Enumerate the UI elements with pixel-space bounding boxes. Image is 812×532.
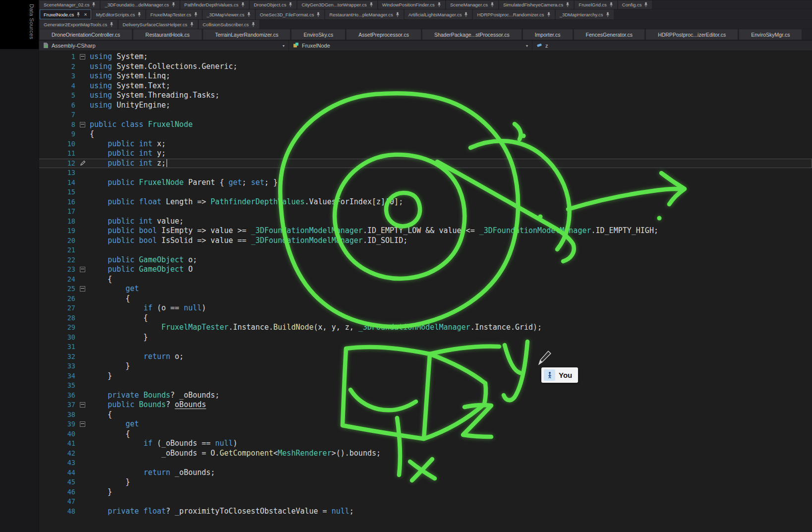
tab-fruxelgrid-cs[interactable]: FruxelGrid.cs [575, 0, 617, 9]
code-line-39[interactable]: 39 get [39, 419, 812, 429]
tab-fruxelnode-cs[interactable]: FruxelNode.cs× [40, 9, 91, 19]
tab-importer-cs[interactable]: Importer.cs [523, 29, 573, 40]
pin-icon[interactable] [316, 12, 320, 17]
code-line-38[interactable]: 38 { [39, 410, 812, 420]
fold-collapse-icon[interactable] [80, 122, 85, 127]
tab-shaderpackage-stprocessor-cs[interactable]: ShaderPackage...stProcessor.cs [422, 29, 522, 40]
code-line-48[interactable]: 48 private float? _proximityToClosestObs… [39, 507, 812, 517]
pin-icon[interactable] [369, 2, 373, 7]
close-icon[interactable]: × [83, 12, 87, 17]
code-line-45[interactable]: 45 } [39, 477, 812, 487]
tab-droneobject-cs[interactable]: DroneObject.cs [250, 0, 296, 9]
type-dropdown[interactable]: FruxelNode ▾ [289, 41, 532, 51]
pin-icon[interactable] [609, 2, 613, 7]
tab-config-cs[interactable]: Config.cs [618, 0, 652, 9]
code-line-44[interactable]: 44 return _oBounds; [39, 468, 812, 478]
code-line-7[interactable]: 7 [39, 110, 812, 120]
code-line-4[interactable]: 4using System.Text; [39, 81, 812, 91]
tab-3dmaphierarchy-cs[interactable]: _3DMapHierarchy.cs [556, 9, 614, 19]
tab-envirosky-cs[interactable]: EnviroSky.cs [291, 29, 346, 40]
pin-icon[interactable] [566, 2, 570, 7]
code-line-33[interactable]: 33 } [39, 361, 812, 371]
tab-scenemanager-cs[interactable]: SceneManager.cs [446, 0, 498, 9]
pin-icon[interactable] [644, 2, 648, 7]
code-line-16[interactable]: 16 public float Length => PathfinderDept… [39, 197, 812, 207]
fold-collapse-icon[interactable] [80, 54, 85, 59]
tab-artificiallightsmanager-cs[interactable]: ArtificialLightsManager.cs [405, 9, 472, 19]
code-line-34[interactable]: 34 } [39, 371, 812, 381]
code-line-36[interactable]: 36 private Bounds? _oBounds; [39, 391, 812, 401]
code-line-18[interactable]: 18 public int value; [39, 217, 812, 227]
pin-icon[interactable] [464, 12, 468, 17]
code-line-17[interactable]: 17 [39, 207, 812, 217]
code-line-19[interactable]: 19 public bool IsEmpty => value >= _3DFo… [39, 226, 812, 236]
pin-icon[interactable] [247, 12, 251, 17]
tab-hdrppostproc-randomizer-cs[interactable]: HDRPPostproc...Randomizer.cs [473, 9, 554, 19]
code-line-1[interactable]: 1using System; [39, 52, 812, 62]
pin-icon[interactable] [92, 2, 96, 7]
tab-citygen3dgen-torwrapper-cs[interactable]: CityGen3DGen...torWrapper.cs [297, 0, 377, 9]
code-line-43[interactable]: 43 [39, 458, 812, 468]
code-line-25[interactable]: 25 get [39, 284, 812, 294]
tab-collisionsubscriber-cs[interactable]: CollisionSubscriber.cs [199, 20, 259, 29]
code-line-37[interactable]: 37 public Bounds? oBounds [39, 400, 812, 410]
code-line-6[interactable]: 6using UnityEngine; [39, 101, 812, 111]
fold-collapse-icon[interactable] [80, 267, 85, 272]
fold-collapse-icon[interactable] [80, 286, 85, 292]
pin-icon[interactable] [490, 2, 494, 7]
code-line-5[interactable]: 5using System.Threading.Tasks; [39, 91, 812, 101]
code-line-22[interactable]: 22 public GameObject o; [39, 255, 812, 265]
project-dropdown[interactable]: Assembly-CSharp ▾ [39, 41, 289, 51]
code-line-10[interactable]: 10 public int x; [39, 139, 812, 149]
code-line-31[interactable]: 31 [39, 342, 812, 352]
pin-icon[interactable] [137, 12, 141, 17]
code-line-41[interactable]: 41 if (_oBounds == null) [39, 439, 812, 449]
pin-icon[interactable] [172, 2, 175, 7]
tab-restaurantho-plemanager-cs[interactable]: RestaurantHo...pleManager.cs [325, 9, 403, 19]
pin-icon[interactable] [547, 12, 551, 17]
code-line-12[interactable]: 12 public int z; [39, 159, 812, 169]
pin-icon[interactable] [76, 12, 80, 17]
tab-terrainlayerrandomizer-cs[interactable]: TerrainLayerRandomizer.cs [203, 29, 291, 40]
tab-hdrppostproc-izereditor-cs[interactable]: HDRPPostproc...izerEditor.cs [646, 29, 738, 40]
tab-enviroskymgr-cs[interactable]: EnviroSkyMgr.cs [739, 29, 802, 40]
tab-3dfoundatio-delmanager-cs[interactable]: _3DFoundatio...delManager.cs [101, 0, 179, 9]
pin-icon[interactable] [251, 22, 255, 27]
code-line-40[interactable]: 40 { [39, 429, 812, 439]
code-line-28[interactable]: 28 { [39, 313, 812, 323]
code-line-3[interactable]: 3using System.Linq; [39, 71, 812, 81]
code-line-20[interactable]: 20 public bool IsSolid => value == _3DFo… [39, 236, 812, 246]
code-line-27[interactable]: 27 if (o == null) [39, 303, 812, 313]
code-line-11[interactable]: 11 public int y; [39, 149, 812, 159]
tab-fruxelmaptester-cs[interactable]: FruxelMapTester.cs [146, 9, 201, 19]
tab-assetpreprocessor-cs[interactable]: AssetPreprocessor.cs [347, 29, 421, 40]
pin-icon[interactable] [289, 2, 292, 7]
pin-icon[interactable] [110, 22, 114, 27]
tab-myeditorscripts-cs[interactable]: MyEditorScripts.cs [92, 9, 146, 19]
code-line-8[interactable]: 8public class FruxelNode [39, 120, 812, 130]
pin-icon[interactable] [606, 12, 610, 17]
code-line-13[interactable]: 13 [39, 168, 812, 178]
tab-pathfinderdepthvalues-cs[interactable]: PathfinderDepthValues.cs [180, 0, 249, 9]
tab-generator2exportmaptools-cs[interactable]: Generator2ExportMapTools.cs [40, 20, 117, 29]
tab-simulatedfisheyecamera-cs[interactable]: SimulatedFisheyeCamera.cs [499, 0, 574, 9]
pin-icon[interactable] [190, 22, 194, 27]
code-line-24[interactable]: 24 { [39, 275, 812, 285]
fold-collapse-icon[interactable] [80, 402, 85, 408]
tab-3dmapviewer-cs[interactable]: _3DMapViewer.cs [203, 9, 255, 19]
code-line-42[interactable]: 42 _oBounds = O.GetComponent<MeshRendere… [39, 449, 812, 459]
tab-scenemanager-02-cs[interactable]: SceneManager_02.cs [40, 0, 100, 9]
tab-onesec3d-fileformat-cs[interactable]: OneSec3D_FileFormat.cs [256, 9, 324, 19]
tab-restauranthook-cs[interactable]: RestaurantHook.cs [133, 29, 202, 40]
tab-deliverysurfaceclasshelper-cs[interactable]: DeliverySurfaceClassHelper.cs [118, 20, 197, 29]
code-line-14[interactable]: 14 public FruxelNode Parent { get; set; … [39, 178, 812, 188]
code-line-35[interactable]: 35 [39, 381, 812, 391]
pin-icon[interactable] [437, 2, 441, 7]
code-editor[interactable]: 1using System;2using System.Collections.… [39, 51, 812, 532]
tab-fencesgenerator-cs[interactable]: FencesGenerator.cs [574, 29, 645, 40]
pin-icon[interactable] [396, 12, 400, 17]
code-line-23[interactable]: 23 public GameObject O [39, 265, 812, 275]
code-line-9[interactable]: 9{ [39, 129, 812, 139]
tab-droneorientationcontroller-cs[interactable]: DroneOrientationController.cs [40, 29, 132, 40]
code-line-47[interactable]: 47 [39, 497, 812, 507]
